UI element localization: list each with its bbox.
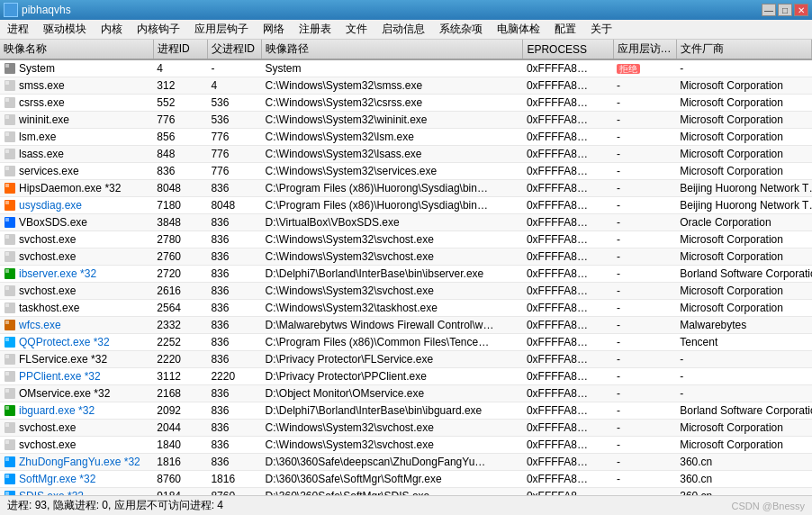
menu-item-启动信息[interactable]: 启动信息 — [374, 20, 432, 39]
table-row[interactable]: QQProtect.exe *322252836C:\Program Files… — [0, 334, 812, 351]
cell-path: C:\Windows\System32\services.exe — [261, 163, 522, 180]
svg-rect-31 — [5, 321, 9, 324]
cell-pid: 2332 — [153, 317, 207, 334]
cell-eprocess: 0xFFFFA8… — [523, 454, 613, 471]
menu-item-网络[interactable]: 网络 — [256, 20, 292, 39]
table-row[interactable]: services.exe836776C:\Windows\System32\se… — [0, 163, 812, 180]
col-header-vendor[interactable]: 文件厂商 — [676, 40, 811, 59]
col-header-name[interactable]: 映像名称 — [0, 40, 153, 59]
deny-badge: 拒绝 — [617, 64, 640, 74]
table-row[interactable]: svchost.exe2044836C:\Windows\System32\sv… — [0, 420, 812, 437]
table-row[interactable]: svchost.exe2760836C:\Windows\System32\sv… — [0, 248, 812, 266]
table-row[interactable]: OMservice.exe *322168836D:\Object Monito… — [0, 385, 812, 402]
cell-pid: 2044 — [153, 420, 207, 437]
table-row[interactable]: ibserver.exe *322720836D:\Delphi7\Borlan… — [0, 266, 812, 283]
menu-item-内核钩子[interactable]: 内核钩子 — [130, 20, 187, 39]
col-header-eprocess[interactable]: EPROCESS — [523, 40, 613, 59]
menu-item-系统杂项[interactable]: 系统杂项 — [432, 20, 490, 39]
cell-ppid: 8048 — [207, 197, 261, 214]
process-name-text: wfcs.exe — [19, 319, 61, 331]
minimize-button[interactable]: — — [762, 4, 776, 16]
svg-rect-51 — [5, 492, 9, 495]
cell-vendor: - — [676, 351, 811, 368]
menu-item-文件[interactable]: 文件 — [338, 20, 374, 39]
table-row[interactable]: wfcs.exe2332836D:\Malwarebytws Windows F… — [0, 317, 812, 334]
process-name-text: System — [19, 62, 55, 75]
cell-path: D:\Delphi7\Borland\InterBase\bin\ibserve… — [261, 266, 522, 283]
table-row[interactable]: smss.exe3124C:\Windows\System32\smss.exe… — [0, 77, 812, 95]
col-header-ppid[interactable]: 父进程ID — [207, 40, 261, 59]
table-row[interactable]: ibguard.exe *322092836D:\Delphi7\Borland… — [0, 402, 812, 420]
cell-ppid: 2220 — [207, 368, 261, 385]
menu-item-驱动模块[interactable]: 驱动模块 — [36, 20, 94, 39]
svg-rect-49 — [5, 474, 9, 478]
process-name-text: SoftMgr.exe *32 — [19, 473, 95, 485]
table-row[interactable]: svchost.exe1840836C:\Windows\System32\sv… — [0, 437, 812, 454]
cell-vendor: Microsoft Corporation — [676, 420, 811, 437]
col-header-pid[interactable]: 进程ID — [153, 40, 207, 59]
table-row[interactable]: lsass.exe848776C:\Windows\System32\lsass… — [0, 146, 812, 163]
cell-pid: 8048 — [153, 180, 207, 197]
table-row[interactable]: svchost.exe2616836C:\Windows\System32\sv… — [0, 283, 812, 300]
cell-vendor: Beijing Huorong Network T… — [676, 180, 811, 197]
cell-eprocess: 0xFFFFA8… — [523, 214, 613, 231]
process-icon — [4, 473, 16, 485]
col-header-path[interactable]: 映像路径 — [261, 40, 522, 59]
menu-item-关于[interactable]: 关于 — [583, 20, 619, 39]
menu-item-电脑体检[interactable]: 电脑体检 — [490, 20, 547, 39]
cell-vendor: - — [676, 368, 811, 385]
cell-process-name: ibserver.exe *32 — [0, 266, 153, 282]
table-row[interactable]: csrss.exe552536C:\Windows\System32\csrss… — [0, 95, 812, 112]
table-row[interactable]: wininit.exe776536C:\Windows\System32\win… — [0, 112, 812, 129]
process-icon — [4, 148, 16, 160]
table-row[interactable]: HipsDaemon.exe *328048836C:\Program File… — [0, 180, 812, 197]
table-row[interactable]: FLService.exe *322220836D:\Privacy Prote… — [0, 351, 812, 368]
table-row[interactable]: ZhuDongFangYu.exe *321816836D:\360\360Sa… — [0, 454, 812, 471]
cell-eprocess: 0xFFFFA8… — [523, 351, 613, 368]
cell-app-access: - — [613, 197, 676, 214]
process-name-text: services.exe — [19, 165, 79, 177]
table-row[interactable]: svchost.exe2780836C:\Windows\System32\sv… — [0, 231, 812, 248]
menu-item-配置[interactable]: 配置 — [547, 20, 583, 39]
app-icon — [4, 3, 18, 17]
table-row[interactable]: SoftMgr.exe *3287601816D:\360\360Safe\So… — [0, 471, 812, 488]
cell-process-name: lsm.exe — [0, 129, 153, 145]
table-row[interactable]: PPClient.exe *3231122220D:\Privacy Prote… — [0, 368, 812, 385]
menu-item-应用层钩子[interactable]: 应用层钩子 — [187, 20, 256, 39]
process-icon — [4, 62, 16, 75]
cell-eprocess: 0xFFFFA8… — [523, 112, 613, 129]
table-row[interactable]: lsm.exe856776C:\Windows\System32\lsm.exe… — [0, 129, 812, 146]
process-name-text: lsm.exe — [19, 131, 56, 143]
menu-item-进程[interactable]: 进程 — [0, 20, 36, 39]
process-name-text: svchost.exe — [19, 233, 76, 246]
cell-ppid: 536 — [207, 95, 261, 112]
cell-path: C:\Windows\System32\wininit.exe — [261, 112, 522, 129]
cell-process-name: SDIS.exe *32 — [0, 488, 153, 495]
cell-app-access: - — [613, 146, 676, 163]
table-row[interactable]: taskhost.exe2564836C:\Windows\System32\t… — [0, 300, 812, 317]
cell-vendor: Microsoft Corporation — [676, 300, 811, 317]
table-row[interactable]: VBoxSDS.exe3848836D:\VirtualBox\VBoxSDS.… — [0, 214, 812, 231]
cell-pid: 9184 — [153, 488, 207, 496]
cell-app-access: - — [613, 248, 676, 266]
close-button[interactable]: ✕ — [794, 4, 808, 16]
cell-eprocess: 0xFFFFA8… — [523, 95, 613, 112]
table-row[interactable]: SDIS.exe *3291848760D:\360\360Safe\SoftM… — [0, 488, 812, 496]
cell-ppid: 776 — [207, 146, 261, 163]
menu-item-内核[interactable]: 内核 — [94, 20, 130, 39]
cell-process-name: SoftMgr.exe *32 — [0, 471, 153, 487]
process-table: 映像名称 进程ID 父进程ID 映像路径 EPROCESS 应用层访… 文件厂商… — [0, 40, 812, 495]
cell-vendor: Microsoft Corporation — [676, 95, 811, 112]
process-icon — [4, 387, 16, 400]
maximize-button[interactable]: □ — [778, 4, 792, 16]
cell-pid: 1816 — [153, 454, 207, 471]
process-icon — [4, 131, 16, 143]
svg-rect-7 — [5, 115, 9, 119]
col-header-app[interactable]: 应用层访… — [613, 40, 676, 59]
process-table-container[interactable]: 映像名称 进程ID 父进程ID 映像路径 EPROCESS 应用层访… 文件厂商… — [0, 40, 812, 495]
table-row[interactable]: System4-System0xFFFFA8…拒绝- — [0, 59, 812, 77]
cell-ppid: 1816 — [207, 471, 261, 488]
table-row[interactable]: usysdiag.exe71808048C:\Program Files (x8… — [0, 197, 812, 214]
cell-process-name: HipsDaemon.exe *32 — [0, 180, 153, 196]
menu-item-注册表[interactable]: 注册表 — [292, 20, 338, 39]
